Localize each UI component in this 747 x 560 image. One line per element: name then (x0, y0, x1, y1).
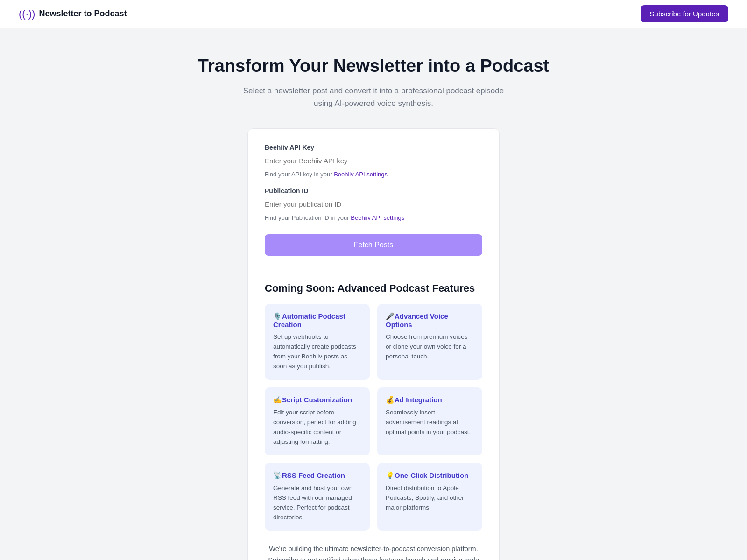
api-key-group: Beehiiv API Key Find your API key in you… (265, 144, 482, 178)
feature-card-2: ✍️Script Customization Edit your script … (265, 387, 370, 455)
fetch-posts-button[interactable]: Fetch Posts (265, 234, 482, 256)
logo: ((·)) Newsletter to Podcast (19, 8, 127, 20)
api-key-input[interactable] (265, 154, 482, 168)
footer-text: We're building the ultimate newsletter-t… (265, 544, 482, 560)
feature-card-desc-0: Set up webhooks to automatically create … (273, 332, 361, 371)
hero-section: Transform Your Newsletter into a Podcast… (0, 28, 747, 128)
publication-id-label: Publication ID (265, 187, 482, 195)
publication-id-hint: Find your Publication ID in your Beehiiv… (265, 214, 482, 221)
feature-card-3: 💰Ad Integration Seamlessly insert advert… (377, 387, 482, 455)
logo-icon: ((·)) (19, 8, 35, 20)
feature-card-4: 📡RSS Feed Creation Generate and host you… (265, 463, 370, 531)
api-key-hint: Find your API key in your Beehiiv API se… (265, 171, 482, 178)
feature-card-desc-4: Generate and host your own RSS feed with… (273, 483, 361, 523)
feature-card-desc-2: Edit your script before conversion, perf… (273, 408, 361, 447)
main-card: Beehiiv API Key Find your API key in you… (247, 128, 500, 560)
feature-card-0: 🎙️Automatic Podcast Creation Set up webh… (265, 304, 370, 380)
feature-card-desc-3: Seamlessly insert advertisement readings… (386, 408, 474, 437)
publication-id-group: Publication ID Find your Publication ID … (265, 187, 482, 221)
feature-card-1: 🎤Advanced Voice Options Choose from prem… (377, 304, 482, 380)
feature-card-desc-5: Direct distribution to Apple Podcasts, S… (386, 483, 474, 513)
feature-card-title-2: ✍️Script Customization (273, 396, 361, 404)
publication-id-settings-link[interactable]: Beehiiv API settings (351, 214, 404, 221)
hero-title: Transform Your Newsletter into a Podcast (9, 56, 738, 76)
header: ((·)) Newsletter to Podcast Subscribe fo… (0, 0, 747, 28)
section-divider (265, 269, 482, 269)
feature-card-title-0: 🎙️Automatic Podcast Creation (273, 312, 361, 329)
feature-card-5: 💡One-Click Distribution Direct distribut… (377, 463, 482, 531)
api-key-label: Beehiiv API Key (265, 144, 482, 151)
feature-card-title-5: 💡One-Click Distribution (386, 471, 474, 480)
hero-subtitle: Select a newsletter post and convert it … (238, 84, 509, 110)
feature-card-title-3: 💰Ad Integration (386, 396, 474, 404)
coming-soon-title: Coming Soon: Advanced Podcast Features (265, 282, 482, 294)
api-key-settings-link[interactable]: Beehiiv API settings (334, 171, 388, 178)
publication-id-input[interactable] (265, 197, 482, 211)
feature-card-title-4: 📡RSS Feed Creation (273, 471, 361, 480)
header-subscribe-button[interactable]: Subscribe for Updates (641, 5, 728, 22)
feature-card-title-1: 🎤Advanced Voice Options (386, 312, 474, 329)
logo-text: Newsletter to Podcast (39, 9, 127, 19)
features-grid: 🎙️Automatic Podcast Creation Set up webh… (265, 304, 482, 531)
feature-card-desc-1: Choose from premium voices or clone your… (386, 332, 474, 362)
